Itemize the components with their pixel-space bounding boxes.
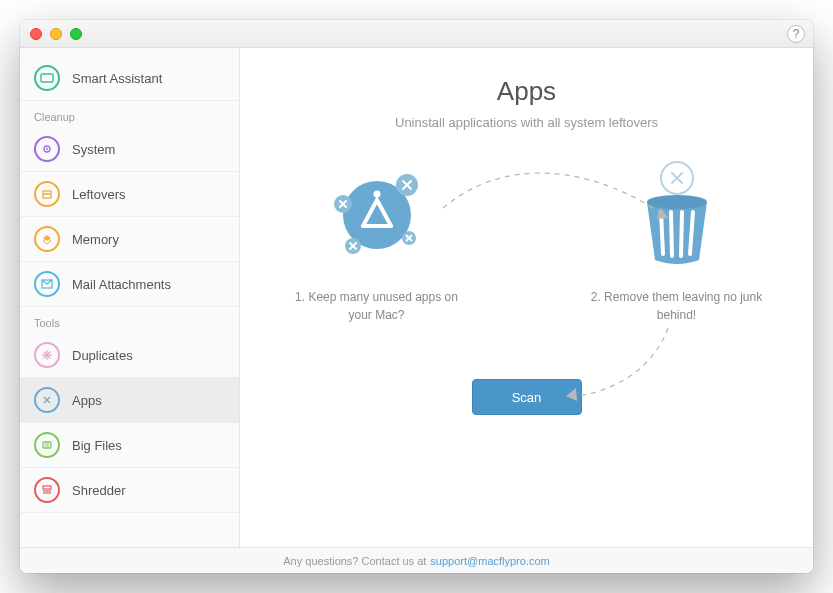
page-title: Apps: [497, 76, 556, 107]
box-icon: [34, 181, 60, 207]
zoom-window-button[interactable]: [70, 28, 82, 40]
envelope-icon: [34, 271, 60, 297]
sidebar-item-duplicates[interactable]: Duplicates: [20, 333, 239, 378]
sidebar-item-shredder[interactable]: Shredder: [20, 468, 239, 513]
apps-illustration-icon: [317, 160, 437, 270]
step-2-caption: 2. Remove them leaving no junk behind!: [587, 288, 767, 324]
sidebar-item-smart-assistant[interactable]: Smart Assistant: [20, 56, 239, 101]
svg-point-42: [647, 195, 707, 209]
svg-line-43: [661, 212, 663, 254]
svg-rect-17: [43, 486, 51, 489]
page-subtitle: Uninstall applications with all system l…: [395, 115, 658, 130]
sidebar-section-tools: Tools: [20, 307, 239, 333]
sidebar-item-mail-attachments[interactable]: Mail Attachments: [20, 262, 239, 307]
gear-icon: [34, 136, 60, 162]
step-1: 1. Keep many unused apps on your Mac?: [287, 160, 467, 324]
footer-text: Any questions? Contact us at: [283, 555, 426, 567]
step-2: 2. Remove them leaving no junk behind!: [587, 160, 767, 324]
sidebar-item-label: Shredder: [72, 483, 125, 498]
snowflake-icon: [34, 342, 60, 368]
svg-rect-14: [43, 442, 51, 448]
sidebar-item-label: System: [72, 142, 115, 157]
svg-line-45: [681, 212, 682, 256]
sidebar-item-system[interactable]: System: [20, 127, 239, 172]
svg-rect-0: [41, 74, 53, 82]
svg-point-26: [373, 191, 380, 198]
close-window-button[interactable]: [30, 28, 42, 40]
app-window: ? Smart Assistant Cleanup System: [20, 20, 813, 573]
titlebar: ?: [20, 20, 813, 48]
step-1-caption: 1. Keep many unused apps on your Mac?: [287, 288, 467, 324]
sidebar-item-apps[interactable]: Apps: [20, 378, 239, 423]
sidebar-section-cleanup: Cleanup: [20, 101, 239, 127]
sidebar-item-label: Smart Assistant: [72, 71, 162, 86]
assistant-icon: [34, 65, 60, 91]
scan-button[interactable]: Scan: [472, 379, 582, 415]
window-controls: [30, 28, 82, 40]
footer: Any questions? Contact us at support@mac…: [20, 547, 813, 573]
sidebar-item-memory[interactable]: Memory: [20, 217, 239, 262]
sidebar-item-label: Leftovers: [72, 187, 125, 202]
sidebar: Smart Assistant Cleanup System Leftovers: [20, 48, 240, 547]
sidebar-item-label: Apps: [72, 393, 102, 408]
drive-icon: [34, 432, 60, 458]
support-email-link[interactable]: support@macflypro.com: [430, 555, 549, 567]
tools-icon: [34, 387, 60, 413]
sidebar-item-big-files[interactable]: Big Files: [20, 423, 239, 468]
sidebar-item-label: Memory: [72, 232, 119, 247]
shredder-icon: [34, 477, 60, 503]
main-content: Apps Uninstall applications with all sys…: [240, 48, 813, 547]
sidebar-item-label: Mail Attachments: [72, 277, 171, 292]
layers-icon: [34, 226, 60, 252]
svg-line-44: [671, 212, 672, 256]
trash-illustration-icon: [627, 160, 727, 270]
sidebar-item-label: Duplicates: [72, 348, 133, 363]
help-button[interactable]: ?: [787, 25, 805, 43]
minimize-window-button[interactable]: [50, 28, 62, 40]
sidebar-item-leftovers[interactable]: Leftovers: [20, 172, 239, 217]
sidebar-item-label: Big Files: [72, 438, 122, 453]
svg-point-2: [46, 148, 48, 150]
